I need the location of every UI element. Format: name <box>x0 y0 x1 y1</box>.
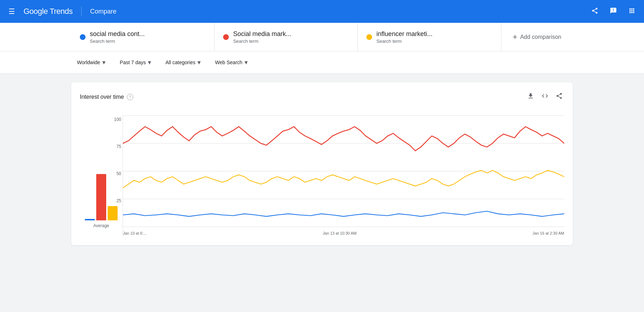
category-arrow: ▾ <box>197 58 201 66</box>
share-icon[interactable] <box>588 4 601 19</box>
term2-text: Social media mark... Search term <box>233 30 291 44</box>
plus-icon: + <box>513 32 517 42</box>
category-label: All categories <box>165 60 195 65</box>
chart-svg <box>123 116 564 227</box>
card-title-row: Interest over time ? <box>80 94 133 100</box>
blue-line <box>123 211 564 216</box>
card-header: Interest over time ? <box>80 91 564 103</box>
term1-name: social media cont... <box>90 30 145 38</box>
header: ☰ Google Trends Compare <box>0 0 644 23</box>
term2-name: Social media mark... <box>233 30 291 38</box>
avg-bar-blue <box>85 219 95 220</box>
add-comparison-label: Add comparison <box>520 34 561 40</box>
search-term-item-2[interactable]: Social media mark... Search term <box>215 23 358 51</box>
geography-filter[interactable]: Worldwide ▾ <box>71 56 111 69</box>
header-divider <box>81 6 82 16</box>
yellow-line <box>123 170 564 188</box>
card-title: Interest over time <box>80 94 124 100</box>
red-line <box>123 127 564 151</box>
card-actions <box>526 91 564 103</box>
feedback-icon[interactable] <box>607 4 620 19</box>
geography-arrow: ▾ <box>102 58 105 66</box>
apps-icon[interactable] <box>625 4 638 19</box>
term3-type: Search term <box>376 39 432 44</box>
avg-bar-red <box>96 174 106 220</box>
term3-name: influencer marketi... <box>376 30 432 38</box>
term1-text: social media cont... Search term <box>90 30 145 44</box>
search-type-label: Web Search <box>215 60 242 65</box>
y-label-50: 50 <box>109 171 121 176</box>
x-axis: Jan 10 at 6:... Jan 13 at 10:30 AM Jan 1… <box>123 228 564 238</box>
y-label-25: 25 <box>109 198 121 203</box>
y-label-100: 100 <box>109 117 121 122</box>
x-label-1: Jan 10 at 6:... <box>123 231 147 238</box>
time-label: Past 7 days <box>120 60 146 65</box>
search-term-item-3[interactable]: influencer marketi... Search term <box>358 23 501 51</box>
add-comparison-button[interactable]: + Add comparison <box>501 23 573 51</box>
term2-dot <box>223 34 229 40</box>
avg-label: Average <box>93 223 109 228</box>
y-label-75: 75 <box>109 144 121 149</box>
x-label-2: Jan 13 at 10:30 AM <box>323 231 357 238</box>
line-chart: 100 75 50 25 <box>123 116 564 237</box>
search-bar: social media cont... Search term Social … <box>0 23 644 51</box>
download-icon[interactable] <box>526 91 536 103</box>
search-type-filter[interactable]: Web Search ▾ <box>209 56 253 69</box>
search-type-arrow: ▾ <box>244 58 248 66</box>
header-title: Compare <box>90 8 117 15</box>
term3-dot <box>366 34 372 40</box>
main-content: Interest over time ? <box>0 74 644 254</box>
filter-bar: Worldwide ▾ Past 7 days ▾ All categories… <box>0 51 644 74</box>
y-axis-labels: 100 75 50 25 <box>109 116 121 227</box>
interest-over-time-card: Interest over time ? <box>71 82 573 245</box>
geography-label: Worldwide <box>77 60 100 65</box>
help-icon[interactable]: ? <box>127 94 133 100</box>
term1-type: Search term <box>90 39 145 44</box>
share-card-icon[interactable] <box>554 91 564 103</box>
x-label-3: Jan 16 at 2:30 AM <box>532 231 564 238</box>
app-logo: Google Trends <box>24 7 73 16</box>
category-filter[interactable]: All categories ▾ <box>160 56 206 69</box>
chart-container: Average 100 75 50 25 <box>80 108 564 237</box>
term3-text: influencer marketi... Search term <box>376 30 432 44</box>
time-arrow: ▾ <box>148 58 151 66</box>
term1-dot <box>80 34 86 40</box>
term2-type: Search term <box>233 39 291 44</box>
embed-icon[interactable] <box>540 91 550 103</box>
menu-icon[interactable]: ☰ <box>6 4 18 19</box>
search-term-item-1[interactable]: social media cont... Search term <box>71 23 215 51</box>
time-filter[interactable]: Past 7 days ▾ <box>114 56 157 69</box>
header-icons <box>588 4 638 19</box>
